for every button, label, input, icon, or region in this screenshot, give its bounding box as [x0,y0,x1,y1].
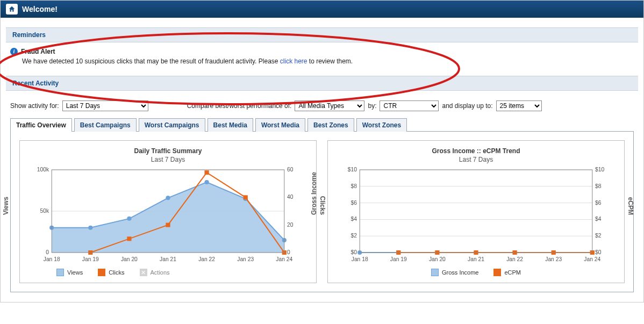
by-metric-select[interactable]: CTR [380,100,439,111]
tab-best-zones[interactable]: Best Zones [307,118,354,132]
svg-rect-29 [244,195,248,199]
tab-worst-zones[interactable]: Worst Zones [356,118,407,132]
svg-text:40: 40 [287,194,294,200]
chart-svg: 050k100k0204060Jan 18Jan 19Jan 20Jan 21J… [30,167,306,263]
fraud-review-link[interactable]: click here [280,57,307,65]
svg-rect-70 [360,170,592,253]
tab-traffic-overview[interactable]: Traffic Overview [10,118,72,132]
alert-text: We have detected 10 suspicious clicks th… [22,57,634,65]
svg-text:Jan 24: Jan 24 [584,256,600,262]
show-activity-label: Show activity for: [10,102,59,110]
recent-activity-section-header: Recent Activity [6,76,638,91]
page-title: Welcome! [22,5,58,13]
svg-point-21 [166,196,170,200]
home-icon [6,4,18,15]
svg-text:100k: 100k [37,167,49,172]
right-axis-label: eCPM [627,197,634,215]
compare-label: Compare best/worst performance of: [187,102,292,110]
svg-text:50k: 50k [40,208,49,214]
svg-text:$6: $6 [595,200,602,206]
svg-text:Jan 22: Jan 22 [198,256,215,262]
svg-point-20 [127,217,131,221]
legend-clicks[interactable]: Clicks [98,269,124,276]
svg-text:Jan 20: Jan 20 [429,256,446,262]
svg-text:Jan 22: Jan 22 [506,256,523,262]
svg-text:Jan 20: Jan 20 [121,256,138,262]
svg-text:Jan 18: Jan 18 [44,256,60,262]
svg-text:20: 20 [287,222,294,228]
chart-legend: Views Clicks ✕Actions [56,269,312,276]
display-up-to-label: and display up to: [442,102,492,110]
disabled-swatch-icon: ✕ [140,269,147,276]
svg-text:$0: $0 [595,249,602,255]
tab-best-campaigns[interactable]: Best Campaigns [74,118,137,132]
chart-subtitle: Last 7 Days [24,156,312,163]
swatch-icon [98,269,105,276]
svg-text:0: 0 [46,249,49,255]
svg-text:$10: $10 [595,167,605,172]
svg-point-19 [88,226,92,230]
legend-gross-income[interactable]: Gross Income [431,269,478,276]
traffic-overview-panel: Daily Traffic Summary Last 7 Days Views … [10,131,634,292]
chart-title: Daily Traffic Summary [24,147,312,155]
legend-views[interactable]: Views [56,269,83,276]
fraud-alert-block: i Fraud Alert We have detected 10 suspic… [10,48,634,65]
svg-text:Jan 18: Jan 18 [352,256,368,262]
svg-text:$4: $4 [595,217,602,222]
svg-text:$8: $8 [351,183,357,189]
show-activity-select[interactable]: Last 7 Days [62,100,148,111]
daily-traffic-chart: Daily Traffic Summary Last 7 Days Views … [19,140,317,283]
by-label: by: [368,102,376,110]
svg-text:$10: $10 [348,167,357,172]
activity-controls: Show activity for: Last 7 Days Compare b… [10,100,634,111]
chart-subtitle: Last 7 Days [332,156,620,163]
legend-actions-disabled[interactable]: ✕Actions [140,269,170,276]
compare-media-select[interactable]: All Media Types [295,100,364,111]
svg-text:$2: $2 [351,233,357,239]
svg-text:$2: $2 [595,233,602,239]
swatch-icon [56,269,64,276]
alert-title: Fraud Alert [21,48,55,55]
right-axis-label: Clicks [319,196,326,215]
page-header: Welcome! [1,1,643,18]
svg-text:Jan 23: Jan 23 [237,256,254,262]
svg-text:Jan 19: Jan 19 [82,256,99,262]
svg-rect-26 [127,236,131,241]
left-axis-label: Views [2,197,10,215]
performance-tabs: Traffic Overview Best Campaigns Worst Ca… [10,118,634,131]
tab-worst-media[interactable]: Worst Media [255,118,305,132]
tab-best-media[interactable]: Best Media [207,118,253,132]
chart-legend: Gross Income eCPM [332,269,620,276]
svg-text:$0: $0 [351,249,357,255]
chart-title: Gross Income :: eCPM Trend [332,147,620,155]
svg-text:Jan 24: Jan 24 [276,256,292,262]
swatch-icon [431,269,439,276]
svg-text:0: 0 [287,249,290,255]
swatch-icon [493,269,501,276]
info-icon: i [10,48,18,55]
svg-text:$8: $8 [595,183,602,189]
svg-text:Jan 19: Jan 19 [390,256,407,262]
svg-rect-27 [166,223,170,227]
svg-point-22 [204,180,209,184]
svg-point-0 [0,33,459,104]
left-axis-label: Gross Income [310,172,318,215]
chart-svg: $0$2$4$6$8$10$0$2$4$6$8$10Jan 18Jan 19Ja… [338,167,614,263]
svg-text:Jan 21: Jan 21 [468,256,484,262]
tab-worst-campaigns[interactable]: Worst Campaigns [139,118,205,132]
display-count-select[interactable]: 25 items [496,100,542,111]
svg-text:60: 60 [287,167,294,172]
legend-ecpm[interactable]: eCPM [493,269,521,276]
income-ecpm-chart: Gross Income :: eCPM Trend Last 7 Days G… [327,140,625,283]
svg-text:Jan 21: Jan 21 [160,256,176,262]
reminders-section-header: Reminders [6,27,638,42]
svg-text:$6: $6 [351,200,357,206]
svg-text:$4: $4 [351,217,357,222]
svg-rect-28 [204,170,209,175]
svg-text:Jan 23: Jan 23 [545,256,562,262]
